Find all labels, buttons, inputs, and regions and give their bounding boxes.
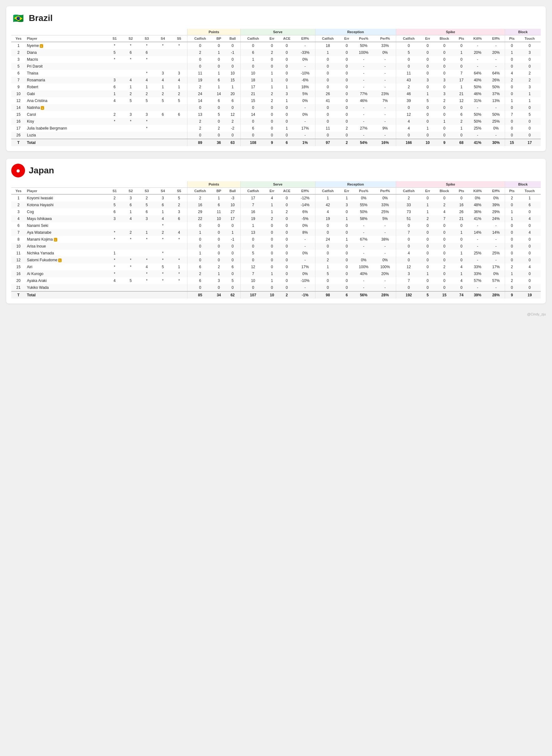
table-cell: 36%	[468, 208, 487, 215]
table-cell: -6%	[295, 77, 315, 84]
table-cell: 0	[519, 125, 541, 132]
table-cell: -	[487, 243, 505, 250]
table-cell: 48%	[468, 201, 487, 208]
table-cell: 1	[213, 84, 225, 91]
table-cell	[123, 104, 139, 111]
table-cell: 1	[139, 229, 155, 236]
col-spts: Pts	[455, 35, 468, 42]
table-cell: 0	[434, 84, 455, 91]
j-col-s4: S4	[155, 188, 171, 195]
table-cell: 7	[396, 229, 421, 236]
table-cell: 1	[340, 236, 353, 243]
table-cell: -	[374, 104, 396, 111]
player-name: Koyomi Iwasaki	[26, 194, 106, 201]
table-cell: -	[353, 277, 374, 284]
table-cell: -	[295, 132, 315, 139]
player-name: Kisy	[26, 118, 106, 125]
table-cell: 1	[225, 229, 240, 236]
table-cell: 10	[421, 139, 434, 146]
table-cell: 31%	[468, 97, 487, 104]
table-cell	[139, 63, 155, 70]
table-cell: 0	[278, 111, 295, 118]
table-cell: 0	[519, 236, 541, 243]
table-cell: *	[123, 56, 139, 63]
table-cell: 0	[213, 222, 225, 229]
table-cell: 1	[123, 208, 139, 215]
table-cell: 25%	[468, 250, 487, 257]
table-cell	[123, 284, 139, 291]
table-cell: 0	[315, 77, 340, 84]
col-group-block: Block	[505, 29, 541, 35]
table-cell: 0	[225, 222, 240, 229]
table-cell: 98	[315, 291, 340, 299]
table-cell	[106, 139, 122, 146]
table-cell: 2	[187, 270, 213, 277]
table-cell: 0	[505, 201, 519, 208]
table-cell: 2	[213, 125, 225, 132]
table-cell: 0	[434, 56, 455, 63]
table-cell	[155, 243, 171, 250]
table-cell: 2	[155, 229, 171, 236]
table-cell	[123, 270, 139, 277]
j-col-player: Player	[26, 188, 106, 195]
table-cell: 0	[340, 49, 353, 56]
table-cell: 21	[455, 91, 468, 97]
table-cell	[155, 139, 171, 146]
table-cell: 22	[187, 215, 213, 222]
table-cell: 6	[139, 49, 155, 56]
table-cell: 0	[455, 63, 468, 70]
table-cell: 0	[505, 236, 519, 243]
table-cell: 1	[315, 194, 340, 201]
table-cell: 28%	[487, 291, 505, 299]
table-cell: -3	[225, 194, 240, 201]
table-cell: 4	[139, 264, 155, 270]
table-cell: 0	[340, 270, 353, 277]
table-cell	[123, 222, 139, 229]
table-cell: 3	[434, 91, 455, 97]
table-cell: -	[295, 104, 315, 111]
table-cell: 21	[455, 215, 468, 222]
j-col-re: Err	[340, 188, 353, 195]
table-cell: *	[139, 277, 155, 284]
table-cell: 50%	[487, 111, 505, 118]
table-cell: 0	[187, 42, 213, 49]
table-cell: 0	[266, 104, 278, 111]
table-cell: 0	[505, 91, 519, 97]
table-cell: 5	[106, 201, 122, 208]
table-cell: 0	[396, 63, 421, 70]
table-cell: -	[353, 104, 374, 111]
table-cell: 7	[11, 77, 26, 84]
table-cell: 2	[187, 49, 213, 56]
table-cell: 0	[240, 243, 266, 250]
table-cell: 0	[278, 257, 295, 264]
table-cell: 0	[434, 125, 455, 132]
table-cell	[155, 132, 171, 139]
table-cell: 3	[340, 201, 353, 208]
table-cell: 0	[213, 42, 225, 49]
table-cell: 6	[225, 97, 240, 104]
table-cell	[171, 243, 187, 250]
table-cell: 25%	[374, 208, 396, 215]
table-cell: -	[374, 277, 396, 284]
table-cell: 26%	[487, 77, 505, 84]
table-cell: *	[155, 270, 171, 277]
table-cell: -	[487, 222, 505, 229]
table-cell: -10%	[295, 277, 315, 284]
japan-flag: ●	[11, 164, 25, 177]
table-cell: 7	[455, 70, 468, 77]
table-cell: 1	[11, 194, 26, 201]
table-cell: 20%	[374, 270, 396, 277]
player-name: Thaisa	[26, 70, 106, 77]
table-cell: 55%	[353, 201, 374, 208]
table-cell: 13	[240, 229, 266, 236]
col-spkeff: Eff%	[487, 35, 505, 42]
table-cell: 3	[396, 270, 421, 277]
table-cell: 0	[519, 132, 541, 139]
table-cell: 1	[278, 97, 295, 104]
player-name: Luzia	[26, 132, 106, 139]
table-cell: -	[374, 77, 396, 84]
table-cell: 10	[11, 243, 26, 250]
table-cell: 1	[106, 91, 122, 97]
table-cell: *	[123, 257, 139, 264]
table-cell: 0	[434, 284, 455, 291]
